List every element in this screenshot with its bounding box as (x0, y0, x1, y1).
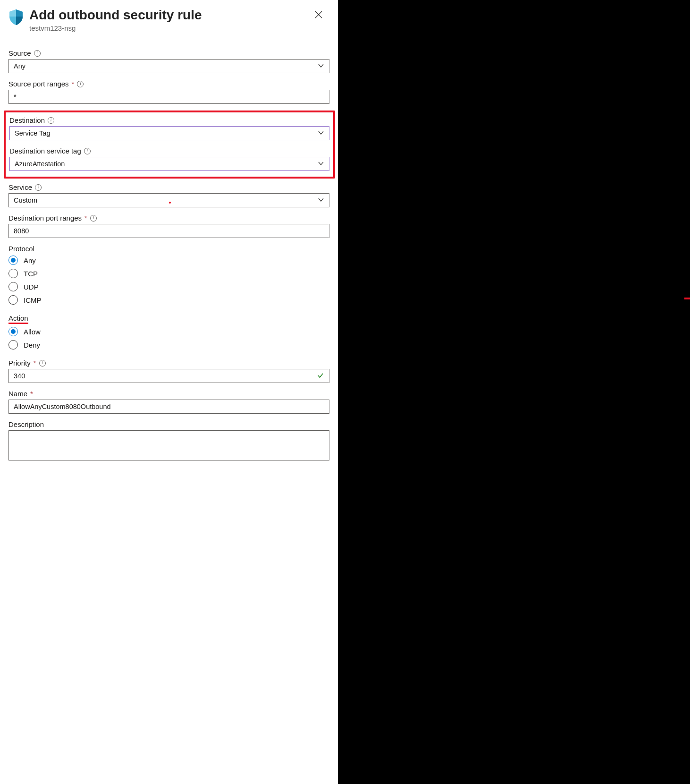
close-icon (314, 13, 323, 20)
info-icon[interactable]: i (35, 184, 42, 191)
destination-service-tag-select[interactable]: AzureAttestation (9, 157, 329, 171)
required-indicator: * (34, 359, 36, 367)
destination-port-ranges-label: Destination port ranges * i (8, 214, 329, 222)
annotation-mark (684, 298, 690, 299)
info-icon[interactable]: i (39, 360, 46, 366)
radio-icon (8, 282, 18, 291)
service-field: Service i Custom (8, 183, 329, 207)
annotation-dot (169, 202, 171, 204)
description-field: Description (8, 420, 329, 460)
name-label: Name * (8, 390, 329, 398)
source-select[interactable]: Any (8, 59, 329, 73)
action-group: Action Allow Deny (8, 314, 329, 349)
name-field: Name * AllowAnyCustom8080Outbound (8, 390, 329, 414)
panel-subtitle: testvm123-nsg (29, 24, 307, 32)
destination-label: Destination i (9, 116, 329, 124)
header-text: Add outbound security rule testvm123-nsg (29, 7, 307, 32)
shield-icon (8, 7, 24, 27)
source-label: Source i (8, 49, 329, 57)
destination-service-tag-label: Destination service tag i (9, 147, 329, 155)
action-option-allow[interactable]: Allow (8, 327, 329, 336)
info-icon[interactable]: i (48, 117, 54, 124)
description-input[interactable] (8, 430, 329, 460)
priority-input[interactable]: 340 (8, 369, 329, 383)
service-label: Service i (8, 183, 329, 191)
info-icon[interactable]: i (77, 81, 84, 87)
destination-port-ranges-input[interactable]: 8080 (8, 224, 329, 238)
highlight-annotation: Destination i Service Tag Destination se… (4, 111, 335, 179)
source-port-ranges-field: Source port ranges * i * (8, 80, 329, 104)
name-input[interactable]: AllowAnyCustom8080Outbound (8, 400, 329, 414)
description-label: Description (8, 420, 329, 428)
info-icon[interactable]: i (90, 215, 97, 222)
destination-select[interactable]: Service Tag (9, 126, 329, 140)
radio-icon (8, 340, 18, 349)
source-port-ranges-input[interactable]: * (8, 90, 329, 104)
destination-port-ranges-field: Destination port ranges * i 8080 (8, 214, 329, 238)
chevron-down-icon (318, 62, 324, 70)
chevron-down-icon (318, 160, 324, 168)
source-field: Source i Any (8, 49, 329, 73)
panel-header: Add outbound security rule testvm123-nsg (8, 7, 329, 32)
protocol-label: Protocol (8, 245, 329, 253)
priority-field: Priority * i 340 (8, 359, 329, 383)
action-label: Action (8, 314, 329, 324)
info-icon[interactable]: i (34, 50, 41, 57)
checkmark-icon (317, 372, 324, 381)
required-indicator: * (72, 80, 75, 88)
security-rule-panel: Add outbound security rule testvm123-nsg… (0, 0, 338, 784)
radio-icon (8, 269, 18, 278)
radio-icon (8, 327, 18, 336)
required-indicator: * (30, 390, 33, 398)
panel-title: Add outbound security rule (29, 7, 307, 23)
protocol-option-any[interactable]: Any (8, 256, 329, 265)
priority-label: Priority * i (8, 359, 329, 367)
action-option-deny[interactable]: Deny (8, 340, 329, 349)
source-port-ranges-label: Source port ranges * i (8, 80, 329, 88)
close-button[interactable] (312, 9, 325, 22)
service-select[interactable]: Custom (8, 193, 329, 207)
radio-icon (8, 256, 18, 265)
protocol-option-udp[interactable]: UDP (8, 282, 329, 291)
required-indicator: * (84, 214, 87, 222)
info-icon[interactable]: i (84, 148, 91, 154)
destination-service-tag-field: Destination service tag i AzureAttestati… (9, 147, 329, 171)
protocol-option-icmp[interactable]: ICMP (8, 295, 329, 305)
destination-field: Destination i Service Tag (9, 116, 329, 140)
chevron-down-icon (318, 196, 324, 205)
protocol-option-tcp[interactable]: TCP (8, 269, 329, 278)
radio-icon (8, 295, 18, 305)
protocol-group: Protocol Any TCP UDP ICMP (8, 245, 329, 305)
chevron-down-icon (318, 129, 324, 137)
